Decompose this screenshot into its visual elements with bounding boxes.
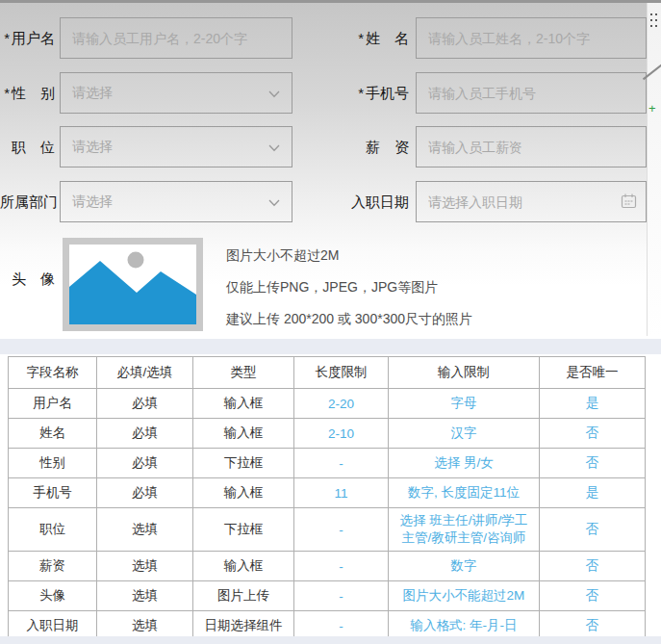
cell-input-limit: 选择 班主任/讲师/学工主管/教研主管/咨询师 [389,508,540,552]
avatar-upload[interactable] [63,238,203,331]
plus-icon: + [648,102,656,115]
avatar-note-format: 仅能上传PNG，JPEG，JPG等图片 [226,277,438,296]
column-header: 长度限制 [294,357,389,389]
cell-length-limit: 2-10 [294,419,389,449]
required-star: * [4,85,10,101]
cell-input-limit: 字母 [389,389,540,419]
cell-type: 下拉框 [193,508,294,552]
cell-input-limit: 图片大小不能超过2M [389,581,540,611]
table-row: 姓名 必填 输入框 2-10 汉字 否 [9,419,646,449]
cell-type: 图片上传 [193,581,294,611]
cell-required: 选填 [97,508,193,552]
column-header: 必填/选填 [97,357,193,389]
phone-label: *手机号 [335,72,409,114]
image-placeholder-icon [69,245,196,324]
cell-input-limit: 汉字 [389,419,540,449]
column-header: 字段名称 [9,357,97,389]
cell-field-name: 头像 [9,581,97,611]
cell-type: 输入框 [193,478,294,508]
cell-length-limit: 2-20 [294,389,389,419]
table-header-row: 字段名称 必填/选填 类型 长度限制 输入限制 是否唯一 [9,357,646,389]
cell-unique: 否 [540,581,646,611]
table-row: 手机号 必填 输入框 11 数字, 长度固定11位 是 [9,478,646,508]
hire-date-input[interactable] [416,181,647,222]
cell-length-limit: - [294,581,389,611]
department-select[interactable]: 请选择 [60,181,292,222]
cell-unique: 否 [540,552,646,581]
hire-date-label: 入职日期 [335,181,409,222]
name-label: *姓 名 [335,17,409,59]
gender-select[interactable]: 请选择 [60,72,292,114]
cell-type: 输入框 [193,389,294,419]
hire-date-picker[interactable] [416,181,647,222]
cell-input-limit: 数字, 长度固定11位 [389,478,540,508]
select-placeholder: 请选择 [72,139,113,156]
required-star: * [4,30,10,46]
position-select[interactable]: 请选择 [60,126,292,167]
department-label: 所属部门 [0,181,55,222]
salary-input[interactable] [416,126,647,167]
column-header: 是否唯一 [540,357,646,389]
username-label: *用户名 [0,17,55,59]
drag-dots-icon [650,13,652,15]
table-row: 用户名 必填 输入框 2-20 字母 是 [9,389,646,419]
chevron-down-icon [268,85,280,102]
required-star: * [358,85,364,101]
select-placeholder: 请选择 [72,193,113,211]
cell-required: 选填 [97,552,193,581]
cell-input-limit: 选择 男/女 [389,449,540,478]
cell-length-limit: - [294,508,389,552]
chevron-down-icon [268,139,280,156]
cell-type: 输入框 [193,552,294,581]
cell-type: 输入框 [193,419,294,449]
cell-unique: 是 [540,478,646,508]
column-header: 输入限制 [389,357,540,389]
cell-required: 选填 [97,581,193,611]
salary-label: 薪 资 [335,126,409,167]
cell-length-limit: - [294,449,389,478]
cell-required: 必填 [97,449,193,478]
cell-length-limit: - [294,552,389,581]
cell-required: 必填 [97,419,193,449]
phone-input[interactable] [416,72,647,114]
cell-type: 下拉框 [193,449,294,478]
cell-field-name: 姓名 [9,419,97,449]
bottom-divider-strip [0,636,661,644]
cell-unique: 否 [540,419,646,449]
chevron-down-icon [268,193,280,211]
position-label: 职 位 [0,126,55,167]
cell-input-limit: 数字 [389,552,540,581]
cell-unique: 否 [540,449,646,478]
table-row: 头像 选填 图片上传 - 图片大小不能超过2M 否 [9,581,646,611]
cell-required: 必填 [97,478,193,508]
cell-field-name: 职位 [9,508,97,552]
cell-required: 必填 [97,389,193,419]
cell-field-name: 性别 [9,449,97,478]
avatar-note-dimensions: 建议上传 200*200 或 300*300尺寸的照片 [226,309,472,328]
required-star: * [358,30,364,46]
table-row: 职位 选填 下拉框 - 选择 班主任/讲师/学工主管/教研主管/咨询师 否 [9,508,646,552]
cell-unique: 是 [540,389,646,419]
table-row: 性别 必填 下拉框 - 选择 男/女 否 [9,449,646,478]
right-edge-strip [647,3,661,336]
cell-field-name: 薪资 [9,552,97,581]
column-header: 类型 [193,357,294,389]
gender-label: *性 别 [0,72,55,114]
table-row: 薪资 选填 输入框 - 数字 否 [9,552,646,581]
select-placeholder: 请选择 [72,85,113,102]
cell-length-limit: 11 [294,478,389,508]
cell-unique: 否 [540,508,646,552]
cell-field-name: 用户名 [9,389,97,419]
username-input[interactable] [60,17,292,59]
avatar-label: 头 像 [0,258,55,299]
field-rules-table: 字段名称 必填/选填 类型 长度限制 输入限制 是否唯一 用户名 必填 输入框 … [8,356,646,641]
employee-form-screen: *用户名 *姓 名 *性 别 请选择 *手机号 职 位 请选择 薪 资 所属部门… [0,0,661,644]
cell-field-name: 手机号 [9,478,97,508]
section-divider-strip [0,339,661,354]
name-input[interactable] [416,17,647,59]
avatar-note-size: 图片大小不超过2M [226,245,339,265]
